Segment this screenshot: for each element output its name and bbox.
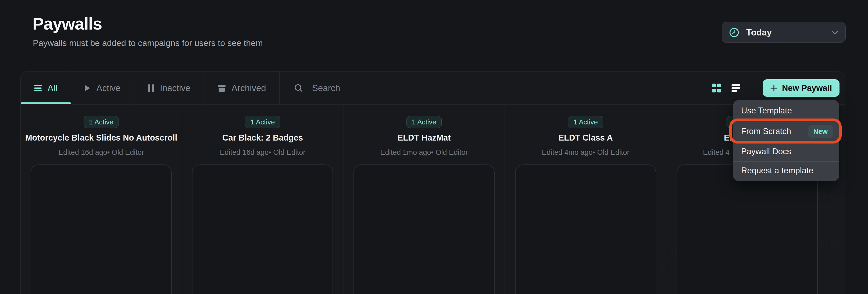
active-tab-underline	[21, 102, 71, 104]
tab-active-label: Active	[96, 83, 121, 93]
menu-item-paywall-docs[interactable]: Paywall Docs	[733, 143, 839, 160]
column-divider	[666, 105, 667, 294]
new-paywall-menu: Use Template From Scratch New Paywall Do…	[733, 100, 839, 181]
new-paywall-button[interactable]: New Paywall	[763, 79, 839, 97]
paywall-preview[interactable]	[677, 164, 818, 294]
paywall-title: Car Black: 2 Badges	[182, 133, 344, 143]
search-input[interactable]	[312, 83, 452, 93]
pause-icon	[148, 85, 154, 92]
menu-separator	[733, 161, 839, 162]
menu-item-from-scratch-label: From Scratch	[741, 127, 791, 136]
date-filter-label: Today	[746, 27, 772, 38]
status-badge: 1 Active	[568, 116, 603, 128]
list-view-icon	[732, 85, 740, 92]
page-title: Paywalls	[33, 14, 102, 33]
list-view-button[interactable]	[728, 71, 744, 104]
paywall-title: Motorcycle Black Slides No Autoscroll	[21, 133, 182, 143]
tab-all-label: All	[48, 83, 58, 93]
chevron-down-icon	[832, 30, 838, 35]
new-paywall-label: New Paywall	[782, 83, 832, 93]
paywall-card[interactable]: 1 Active Motorcycle Black Slides No Auto…	[21, 105, 182, 294]
tab-inactive-label: Inactive	[160, 83, 191, 93]
tab-all[interactable]: All	[21, 71, 71, 104]
tab-active[interactable]: Active	[71, 71, 134, 104]
paywall-title: ELDT Class A	[504, 133, 666, 143]
tab-archived-label: Archived	[231, 83, 266, 93]
paywall-card[interactable]: 1 Active ELDT Class A Edited 4mo ago• Ol…	[504, 105, 666, 294]
paywall-card[interactable]: 1 Active ELDT HazMat Edited 1mo ago• Old…	[344, 105, 504, 294]
paywall-edited-meta: Edited 1mo ago• Old Editor	[344, 148, 504, 157]
play-icon	[84, 85, 91, 92]
paywall-preview[interactable]	[353, 164, 495, 294]
clock-icon	[729, 27, 739, 38]
page-subtitle: Paywalls must be added to campaigns for …	[33, 38, 263, 48]
plus-icon	[770, 85, 778, 92]
menu-item-from-scratch[interactable]: From Scratch New	[733, 121, 839, 142]
paywalls-panel: All Active Inactive	[21, 71, 845, 294]
status-badge: 1 Active	[84, 116, 119, 128]
grid-view-icon	[712, 84, 721, 93]
paywall-edited-meta: Edited 16d ago• Old Editor	[21, 148, 182, 157]
tab-bar: All Active Inactive	[21, 71, 845, 104]
archive-icon	[218, 85, 225, 92]
rows-icon	[34, 85, 42, 91]
paywall-preview[interactable]	[515, 164, 656, 294]
new-badge: New	[808, 125, 833, 138]
paywall-title: ELDT HazMat	[344, 133, 504, 143]
search-icon	[294, 84, 303, 93]
paywall-grid: 1 Active Motorcycle Black Slides No Auto…	[21, 105, 845, 294]
menu-item-request-template[interactable]: Request a template	[733, 162, 839, 179]
tab-archived[interactable]: Archived	[205, 71, 280, 104]
paywall-edited-meta: Edited 4	[703, 148, 730, 157]
search-area	[280, 71, 468, 104]
date-filter-button[interactable]: Today	[722, 22, 846, 43]
status-badge: 1 Active	[406, 116, 442, 128]
tab-inactive[interactable]: Inactive	[134, 71, 205, 104]
paywalls-screen: Paywalls Paywalls must be added to campa…	[0, 0, 868, 294]
paywall-preview[interactable]	[192, 164, 333, 294]
paywall-card[interactable]: 1 Active Car Black: 2 Badges Edited 16d …	[182, 105, 344, 294]
paywall-preview[interactable]	[31, 164, 172, 294]
paywall-edited-meta: Edited 16d ago• Old Editor	[182, 148, 344, 157]
grid-view-button[interactable]	[708, 71, 724, 104]
paywall-edited-meta: Edited 4mo ago• Old Editor	[504, 148, 666, 157]
menu-item-use-template[interactable]: Use Template	[733, 102, 839, 119]
status-badge: 1 Active	[245, 116, 280, 128]
